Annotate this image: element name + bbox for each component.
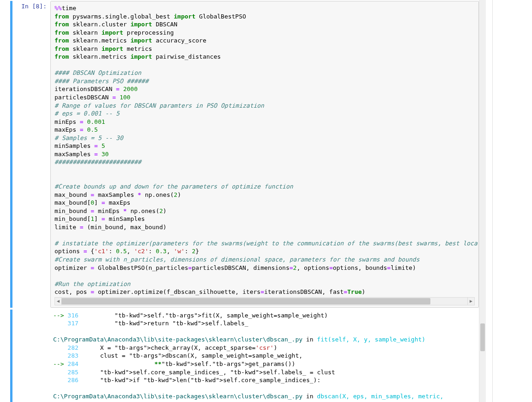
scroll-right-icon[interactable]: ►	[467, 298, 474, 305]
notebook-container: In [8]: %%time from pyswarms.single.glob…	[0, 0, 532, 402]
cell-run-indicator	[10, 310, 12, 402]
output-prompt	[13, 310, 50, 402]
vertical-scrollbar[interactable]	[479, 0, 486, 402]
output-cell: --> 316 "tb-kwd">self."tb-args">fit(X, s…	[10, 309, 532, 402]
vscroll-thumb[interactable]	[480, 323, 485, 351]
cell-run-indicator	[10, 1, 12, 308]
input-prompt: In [8]:	[13, 1, 50, 308]
scroll-left-icon[interactable]: ◄	[55, 298, 62, 305]
traceback-output[interactable]: --> 316 "tb-kwd">self."tb-args">fit(X, s…	[50, 310, 476, 402]
code-cell: In [8]: %%time from pyswarms.single.glob…	[10, 0, 532, 309]
right-border	[492, 0, 493, 402]
scroll-thumb[interactable]	[61, 298, 430, 305]
horizontal-scrollbar[interactable]: ◄ ►	[54, 297, 475, 305]
code-text[interactable]: %%time from pyswarms.single.global_best …	[54, 4, 475, 296]
code-input-area[interactable]: %%time from pyswarms.single.global_best …	[50, 1, 479, 308]
